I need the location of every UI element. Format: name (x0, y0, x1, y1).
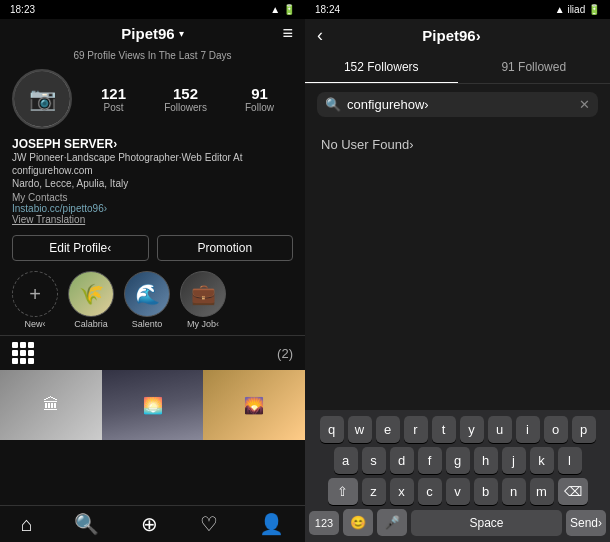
key-h[interactable]: h (474, 447, 498, 474)
bio-section: JOSEPH SERVER› JW Pioneer·Landscape Phot… (0, 135, 305, 229)
nav-search-icon[interactable]: 🔍 (74, 512, 99, 536)
right-panel: 18:24 ▲ iliad 🔋 ‹ Pipet96› 152 Followers… (305, 0, 610, 542)
grid-section: (2) (0, 335, 305, 370)
key-u[interactable]: u (488, 416, 512, 443)
calabria-circle: 🌾 (68, 271, 114, 317)
grid-icon[interactable] (12, 342, 34, 364)
stories-row: + New‹ 🌾 Calabria 🌊 Salento 💼 My Job‹ (0, 267, 305, 335)
username-left: Pipet96 (121, 25, 174, 42)
key-y[interactable]: y (460, 416, 484, 443)
search-input-right[interactable] (347, 97, 579, 112)
avatar: 📷 (12, 69, 72, 129)
post-label: Post (101, 102, 126, 113)
followers-tabs: 152 Followers 91 Followed (305, 52, 610, 84)
key-m[interactable]: m (530, 478, 554, 505)
status-bar-left: 18:23 ▲ 🔋 (0, 0, 305, 19)
search-clear-icon[interactable]: ✕ (579, 97, 590, 112)
hamburger-icon[interactable]: ≡ (282, 23, 293, 44)
contacts-label: My Contacts (12, 192, 68, 203)
key-n[interactable]: n (502, 478, 526, 505)
photo-grid: 🏛 🌅 🌄 (0, 370, 305, 505)
chevron-icon[interactable]: ▾ (179, 28, 184, 39)
status-bar-right: 18:24 ▲ iliad 🔋 (305, 0, 610, 19)
back-arrow-icon[interactable]: ‹ (317, 25, 323, 46)
photo-1[interactable]: 🏛 (0, 370, 102, 440)
profile-views: 69 Profile Views In The Last 7 Days (0, 48, 305, 65)
nav-home-icon[interactable]: ⌂ (21, 513, 33, 536)
keyboard-row-3: ⇧ z x c v b n m ⌫ (309, 478, 606, 505)
key-i[interactable]: i (516, 416, 540, 443)
story-calabria[interactable]: 🌾 Calabria (68, 271, 114, 329)
stat-follow[interactable]: 91 Follow (245, 85, 274, 113)
post-num: 121 (101, 85, 126, 102)
key-o[interactable]: o (544, 416, 568, 443)
key-g[interactable]: g (446, 447, 470, 474)
num-key[interactable]: 123 (309, 511, 339, 535)
bio-desc-line1: JW Pioneer·Landscape Photographer·Web Ed… (12, 151, 293, 177)
salento-circle: 🌊 (124, 271, 170, 317)
keyboard-row-2: a s d f g h j k l (309, 447, 606, 474)
nav-profile-icon[interactable]: 👤 (259, 512, 284, 536)
follow-num: 91 (245, 85, 274, 102)
profile-info: 📷 121 Post 152 Followers 91 Follow (0, 65, 305, 135)
key-b[interactable]: b (474, 478, 498, 505)
photo-2[interactable]: 🌅 (102, 370, 204, 440)
header-right: ‹ Pipet96› (305, 19, 610, 52)
followers-label: Followers (164, 102, 207, 113)
key-t[interactable]: t (432, 416, 456, 443)
send-key[interactable]: Send› (566, 510, 606, 536)
key-s[interactable]: s (362, 447, 386, 474)
shift-key[interactable]: ⇧ (328, 478, 358, 505)
icons-left: ▲ 🔋 (270, 4, 295, 15)
stat-followers[interactable]: 152 Followers (164, 85, 207, 113)
header-left: Pipet96 ▾ ≡ (0, 19, 305, 48)
story-myjob[interactable]: 💼 My Job‹ (180, 271, 226, 329)
story-new[interactable]: + New‹ (12, 271, 58, 329)
nav-add-icon[interactable]: ⊕ (141, 512, 158, 536)
search-bar: 🔍 ✕ (317, 92, 598, 117)
key-d[interactable]: d (390, 447, 414, 474)
bio-desc-line2: Nardo, Lecce, Apulia, Italy (12, 177, 293, 190)
photo-placeholder-1: 🏛 (0, 370, 102, 440)
calabria-label: Calabria (74, 319, 108, 329)
avatar-image: 📷 (14, 71, 70, 127)
space-key[interactable]: Space (411, 510, 562, 536)
key-a[interactable]: a (334, 447, 358, 474)
backspace-key[interactable]: ⌫ (558, 478, 588, 505)
view-translation[interactable]: View Translation (12, 214, 293, 225)
keyboard: q w e r t y u i o p a s d f g h j k l ⇧ … (305, 410, 610, 542)
key-c[interactable]: c (418, 478, 442, 505)
keyboard-row-1: q w e r t y u i o p (309, 416, 606, 443)
key-w[interactable]: w (348, 416, 372, 443)
action-buttons: Edit Profile‹ Promotion (0, 229, 305, 267)
mic-key[interactable]: 🎤 (377, 509, 407, 536)
left-panel: 18:23 ▲ 🔋 Pipet96 ▾ ≡ 69 Profile Views I… (0, 0, 305, 542)
key-j[interactable]: j (502, 447, 526, 474)
key-r[interactable]: r (404, 416, 428, 443)
followers-num: 152 (164, 85, 207, 102)
no-user-message: No User Found› (305, 125, 610, 164)
key-l[interactable]: l (558, 447, 582, 474)
key-f[interactable]: f (418, 447, 442, 474)
key-x[interactable]: x (390, 478, 414, 505)
bio-link[interactable]: Instabio.cc/pipetto96› (12, 203, 293, 214)
edit-profile-button[interactable]: Edit Profile‹ (12, 235, 149, 261)
bottom-nav-left: ⌂ 🔍 ⊕ ♡ 👤 (0, 505, 305, 542)
key-v[interactable]: v (446, 478, 470, 505)
key-z[interactable]: z (362, 478, 386, 505)
key-p[interactable]: p (572, 416, 596, 443)
nav-heart-icon[interactable]: ♡ (200, 512, 218, 536)
promotion-button[interactable]: Promotion (157, 235, 294, 261)
tab-followers[interactable]: 152 Followers (305, 52, 458, 83)
new-story-label: New‹ (24, 319, 45, 329)
emoji-key[interactable]: 😊 (343, 509, 373, 536)
key-k[interactable]: k (530, 447, 554, 474)
story-salento[interactable]: 🌊 Salento (124, 271, 170, 329)
stats: 121 Post 152 Followers 91 Follow (82, 85, 293, 113)
key-e[interactable]: e (376, 416, 400, 443)
tab-followed[interactable]: 91 Followed (458, 52, 611, 83)
salento-label: Salento (132, 319, 163, 329)
username-right: Pipet96› (422, 27, 480, 44)
key-q[interactable]: q (320, 416, 344, 443)
photo-3[interactable]: 🌄 (203, 370, 305, 440)
